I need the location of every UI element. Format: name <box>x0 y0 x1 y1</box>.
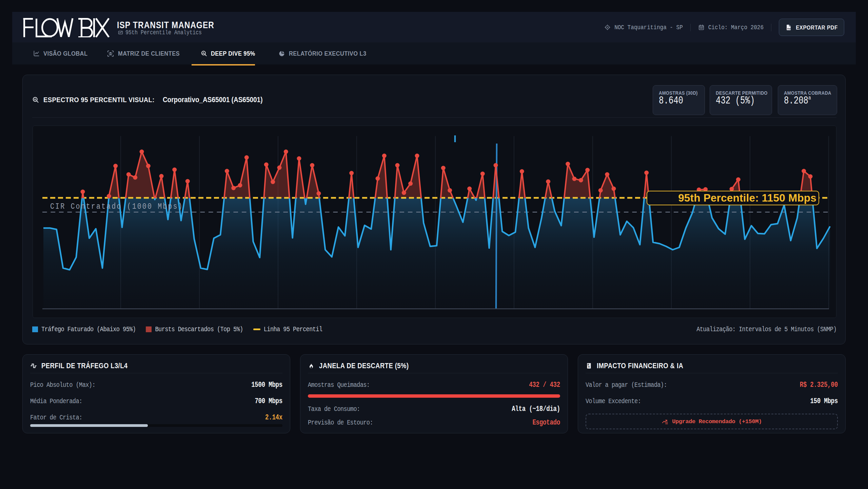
svg-text:PDF: PDF <box>787 27 791 30</box>
